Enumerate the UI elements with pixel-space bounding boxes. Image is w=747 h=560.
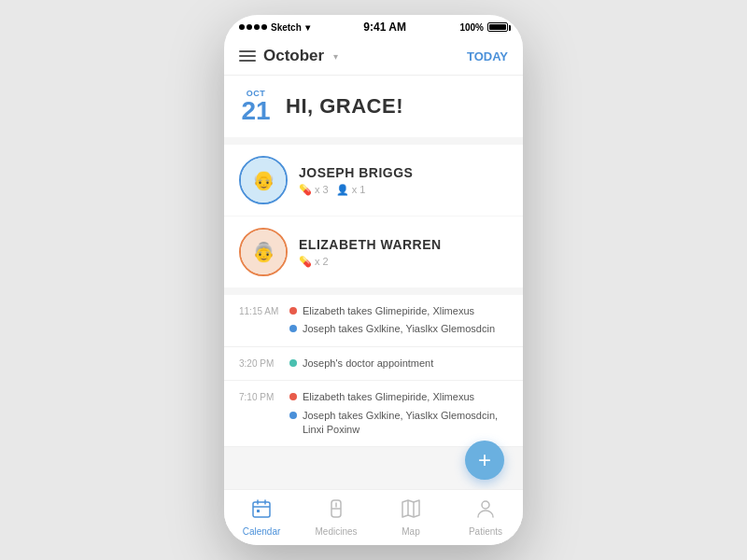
status-right: 100% <box>459 22 508 33</box>
elizabeth-avatar-image: 👵 <box>241 230 286 274</box>
nav-patients[interactable]: Patients <box>448 493 523 542</box>
carrier-label: Sketch <box>271 22 302 33</box>
event-text-320-1: Joseph's doctor appointment <box>303 357 433 371</box>
elizabeth-pill-meta: 💊 x 2 <box>299 256 329 268</box>
joseph-person-count: x 1 <box>352 184 366 195</box>
battery-label: 100% <box>459 22 484 33</box>
bottom-nav: Calendar Medicines Map <box>224 489 523 545</box>
events-710: Elizabeth takes Glimepiride, Xlimexus Jo… <box>289 390 508 437</box>
schedule-item-320: 3:20 PM Joseph's doctor appointment <box>224 347 523 381</box>
elizabeth-avatar: 👵 <box>239 228 288 276</box>
svg-rect-4 <box>257 510 260 512</box>
event-710-1: Elizabeth takes Glimepiride, Xlimexus <box>289 390 508 404</box>
patient-card-joseph[interactable]: 👴 JOSEPH BRIGGS 💊 x 3 👤 x 1 <box>224 145 523 216</box>
dot-red-1 <box>289 307 297 315</box>
header: October ▾ TODAY <box>224 39 523 76</box>
event-320-1: Joseph's doctor appointment <box>289 357 508 371</box>
dropdown-arrow-icon[interactable]: ▾ <box>333 51 338 62</box>
event-710-2: Joseph takes Gxlkine, Yiaslkx Glemosdcin… <box>289 409 508 438</box>
elizabeth-info: ELIZABETH WARREN 💊 x 2 <box>299 237 508 268</box>
event-text-710-2: Joseph takes Gxlkine, Yiaslkx Glemosdcin… <box>303 409 508 438</box>
time-display: 9:41 AM <box>363 21 406 34</box>
svg-point-11 <box>482 501 489 509</box>
today-button[interactable]: TODAY <box>467 49 508 63</box>
events-1115: Elizabeth takes Glimepiride, Xlimexus Jo… <box>289 304 508 337</box>
patient-card-elizabeth[interactable]: 👵 ELIZABETH WARREN 💊 x 2 <box>224 217 523 287</box>
time-1115: 11:15 AM <box>239 304 280 337</box>
elizabeth-name: ELIZABETH WARREN <box>299 237 508 252</box>
map-icon <box>401 498 421 524</box>
add-button[interactable]: + <box>465 441 504 480</box>
time-710: 7:10 PM <box>239 390 280 437</box>
pill-icon-2: 💊 <box>299 256 312 268</box>
dot-teal-1 <box>289 359 297 367</box>
elizabeth-pill-count: x 2 <box>315 256 329 267</box>
event-text-1115-1: Elizabeth takes Glimepiride, Xlimexus <box>303 304 474 318</box>
patients-icon <box>475 498 496 524</box>
nav-medicines[interactable]: Medicines <box>299 493 374 542</box>
patients-label: Patients <box>469 526 502 537</box>
schedule-item-1115: 11:15 AM Elizabeth takes Glimepiride, Xl… <box>224 295 523 347</box>
status-left: Sketch ▾ <box>239 22 310 33</box>
svg-rect-0 <box>253 502 270 517</box>
header-left: October ▾ <box>239 47 338 65</box>
date-box: OCT 21 <box>239 89 273 124</box>
joseph-avatar-image: 👴 <box>241 158 286 203</box>
event-text-1115-2: Joseph takes Gxlkine, Yiaslkx Glemosdcin <box>303 322 495 336</box>
medicines-icon <box>326 498 346 524</box>
person-icon: 👤 <box>336 184 349 196</box>
joseph-meta: 💊 x 3 👤 x 1 <box>299 184 508 196</box>
nav-map[interactable]: Map <box>374 493 448 542</box>
signal-dots <box>239 24 267 30</box>
battery-icon <box>487 22 508 32</box>
event-text-710-1: Elizabeth takes Glimepiride, Xlimexus <box>303 390 474 404</box>
wifi-icon: ▾ <box>305 22 310 33</box>
joseph-pill-meta: 💊 x 3 <box>299 184 329 196</box>
event-1115-1: Elizabeth takes Glimepiride, Xlimexus <box>289 304 508 318</box>
events-320: Joseph's doctor appointment <box>289 357 508 371</box>
pill-icon: 💊 <box>299 184 312 196</box>
joseph-avatar: 👴 <box>239 156 288 204</box>
menu-button[interactable] <box>239 50 256 62</box>
map-label: Map <box>402 526 419 537</box>
event-1115-2: Joseph takes Gxlkine, Yiaslkx Glemosdcin <box>289 322 508 336</box>
schedule-section: 11:15 AM Elizabeth takes Glimepiride, Xl… <box>224 295 523 447</box>
greeting-text: HI, GRACE! <box>286 94 403 119</box>
calendar-icon <box>251 498 272 524</box>
joseph-name: JOSEPH BRIGGS <box>299 165 508 180</box>
dot-red-2 <box>289 393 297 400</box>
phone-frame: Sketch ▾ 9:41 AM 100% October ▾ TODAY OC… <box>224 15 523 545</box>
calendar-label: Calendar <box>243 526 281 537</box>
date-day: 21 <box>239 98 273 124</box>
nav-calendar[interactable]: Calendar <box>224 493 299 542</box>
svg-marker-8 <box>402 500 419 517</box>
schedule-item-710: 7:10 PM Elizabeth takes Glimepiride, Xli… <box>224 381 523 447</box>
date-greeting-section: OCT 21 HI, GRACE! <box>224 76 523 137</box>
elizabeth-meta: 💊 x 2 <box>299 256 508 268</box>
joseph-pill-count: x 3 <box>315 184 329 195</box>
joseph-info: JOSEPH BRIGGS 💊 x 3 👤 x 1 <box>299 165 508 196</box>
medicines-label: Medicines <box>315 526 357 537</box>
status-bar: Sketch ▾ 9:41 AM 100% <box>224 15 523 39</box>
month-title: October <box>263 47 324 65</box>
dot-blue-1 <box>289 325 297 332</box>
time-320: 3:20 PM <box>239 357 280 371</box>
dot-blue-2 <box>289 412 297 419</box>
joseph-person-meta: 👤 x 1 <box>336 184 366 196</box>
